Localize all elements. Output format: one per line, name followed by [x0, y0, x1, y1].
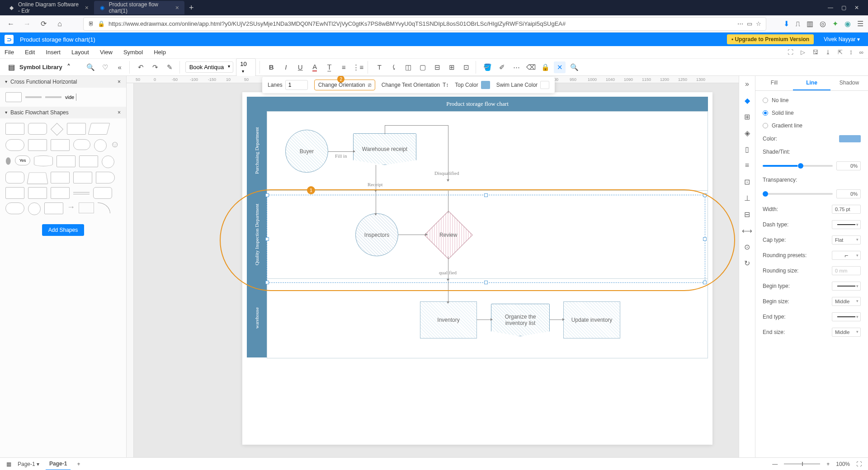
image-icon[interactable]: ⊡ — [743, 177, 752, 186]
lane-label-quality[interactable]: Quality Inspection Department — [247, 190, 267, 278]
radio-gradient-line[interactable]: Gradient line — [763, 122, 861, 129]
menu-edit[interactable]: Edit — [25, 49, 35, 56]
shape-offpage[interactable] — [44, 202, 63, 214]
zoom-in-button[interactable]: + — [826, 461, 830, 467]
connector[interactable] — [477, 320, 491, 320]
app-logo-icon[interactable]: ⊃ — [5, 35, 14, 44]
shape-inspectors[interactable]: Inspectors — [355, 213, 398, 256]
shape-thumb[interactable] — [25, 96, 42, 98]
connector[interactable] — [328, 151, 353, 152]
shape-diamond[interactable] — [51, 123, 63, 136]
rounding-size-input[interactable]: 0 mm — [832, 266, 861, 275]
share-icon[interactable]: ⟟ — [850, 49, 852, 56]
dimensions-icon[interactable]: ⊟ — [743, 210, 752, 219]
format-painter-button[interactable]: ✎ — [164, 61, 176, 73]
connector[interactable] — [448, 256, 448, 279]
reader-icon[interactable]: ▭ — [747, 20, 752, 27]
shape-user[interactable]: ⬮ — [5, 155, 11, 168]
radio-no-line[interactable]: No line — [763, 97, 861, 103]
lane-warehouse[interactable]: Inventory Organize the inventory list Up… — [267, 279, 708, 358]
close-icon[interactable]: × — [85, 4, 89, 11]
shape-trap2[interactable] — [51, 172, 70, 183]
add-page-button[interactable]: + — [77, 461, 80, 467]
text-tool-button[interactable]: T — [373, 61, 385, 73]
container-button[interactable]: ◫ — [402, 61, 414, 73]
tools-button[interactable]: ✕ — [554, 61, 566, 73]
reload-button[interactable]: ⟳ — [37, 18, 50, 30]
menu-icon[interactable]: ☰ — [857, 19, 863, 28]
import-icon[interactable]: ⇱ — [838, 49, 843, 56]
cap-type-select[interactable]: Flat — [832, 235, 861, 244]
shape-trap1[interactable] — [27, 172, 48, 184]
page-icon[interactable]: ▯ — [743, 145, 752, 154]
shape-yes[interactable]: Yes — [15, 155, 30, 165]
shape-card[interactable] — [57, 155, 75, 167]
menu-insert[interactable]: Insert — [46, 49, 61, 56]
swimlane-title[interactable]: Product storage flow chart — [247, 97, 708, 111]
shape-thumb[interactable] — [45, 96, 61, 98]
shade-value[interactable]: 0% — [836, 161, 861, 170]
tab-shadow[interactable]: Shadow — [830, 76, 868, 90]
align-button[interactable]: ≡ — [338, 61, 349, 73]
begin-type-select[interactable] — [832, 282, 861, 291]
maximize-icon[interactable]: ▢ — [841, 5, 846, 11]
history-icon[interactable]: ↻ — [743, 258, 752, 268]
browser-tab-2[interactable]: ◉ Product storage flow chart(1) × — [94, 1, 184, 14]
align-left-button[interactable]: ⊟ — [431, 61, 443, 73]
shape-subprocess[interactable] — [28, 139, 47, 151]
clear-format-button[interactable]: ⌫ — [525, 61, 537, 73]
connector[interactable] — [550, 320, 562, 320]
fullscreen-icon[interactable]: ⛶ — [856, 461, 862, 467]
top-color-swatch[interactable] — [481, 81, 490, 89]
lane-quality[interactable]: Inspectors Review qualified — [267, 191, 708, 279]
connector-button[interactable]: ⤹ — [388, 61, 400, 73]
swimlane-color-swatch[interactable] — [540, 81, 549, 89]
shape-circle[interactable] — [94, 139, 107, 152]
undo-button[interactable]: ↶ — [135, 61, 147, 73]
layers-icon[interactable]: ◈ — [743, 128, 752, 137]
close-section-icon[interactable]: × — [118, 79, 121, 85]
line-style-button[interactable]: ⋯ — [510, 61, 522, 73]
line-color-button[interactable]: ✐ — [496, 61, 508, 73]
dash-type-select[interactable] — [832, 220, 861, 229]
zoom-slider[interactable] — [784, 463, 820, 465]
menu-symbol[interactable]: Symbol — [123, 49, 143, 56]
lanes-input[interactable] — [285, 80, 308, 90]
connector[interactable] — [448, 191, 448, 213]
shape-pill[interactable] — [5, 202, 24, 214]
shape-circle2[interactable] — [102, 155, 114, 168]
shape-button[interactable]: ▢ — [417, 61, 429, 73]
italic-button[interactable]: I — [280, 61, 292, 73]
swimlane-color-control[interactable]: Swim Lane Color — [496, 81, 549, 89]
shape-rounded3[interactable] — [93, 187, 112, 199]
grid-icon[interactable]: ⊞ — [743, 112, 752, 121]
shape-terminator[interactable] — [5, 139, 24, 151]
menu-layout[interactable]: Layout — [71, 49, 89, 56]
close-window-icon[interactable]: ✕ — [854, 5, 859, 11]
close-icon[interactable]: × — [175, 4, 179, 11]
underline-button[interactable]: U — [294, 61, 306, 73]
theme-icon[interactable]: ◆ — [743, 96, 752, 105]
bookmark-star-icon[interactable]: ☆ — [756, 20, 761, 27]
page-select[interactable]: Page-1 ▾ — [18, 461, 39, 467]
shape-doc[interactable] — [67, 123, 86, 135]
font-size-select[interactable]: 10 ▾ — [236, 58, 256, 76]
add-shapes-button[interactable]: Add Shapes — [42, 224, 84, 236]
lock-button[interactable]: 🔒 — [539, 61, 551, 73]
shape-rounded[interactable] — [28, 123, 47, 135]
url-bar[interactable]: ⛨ 🔒 https://www.edrawmax.com/online/app.… — [83, 17, 766, 31]
lane-label-warehouse[interactable]: warehouse — [247, 278, 267, 357]
more-icon[interactable]: ⋯ — [737, 20, 743, 27]
export-icon[interactable]: ⤓ — [826, 49, 830, 56]
list-button[interactable]: ⋮≡ — [352, 61, 364, 73]
connector[interactable] — [448, 279, 448, 301]
width-input[interactable]: 0.75 pt — [832, 205, 861, 214]
fill-color-button[interactable]: 🪣 — [481, 61, 493, 73]
save-icon[interactable]: 🖫 — [812, 49, 818, 56]
shape-update[interactable]: Update inventory — [563, 301, 620, 338]
measure-icon[interactable]: ⟷ — [743, 226, 752, 235]
play-icon[interactable]: ▷ — [801, 49, 805, 56]
focus-icon[interactable]: ⛶ — [788, 49, 793, 56]
canvas-scroll[interactable]: Product storage flow chart Purchasing De… — [134, 83, 739, 461]
shape-warehouse-receipt[interactable]: Warehouse receipt — [353, 133, 416, 165]
